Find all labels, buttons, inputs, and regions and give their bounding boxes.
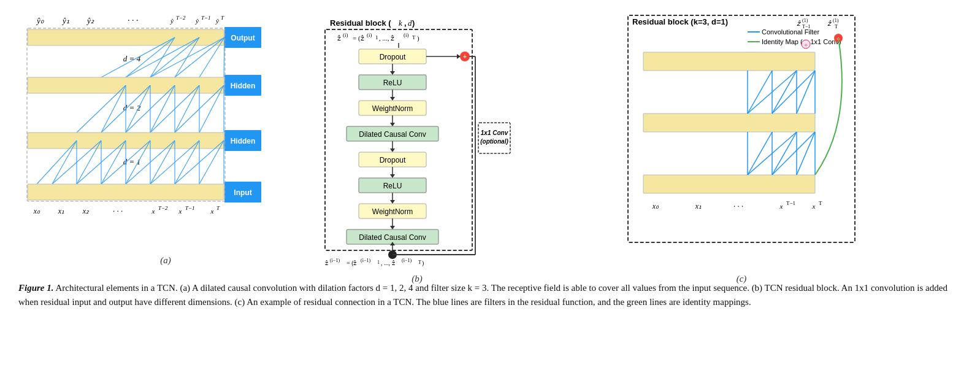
- input-eq-sub3: (i−1): [402, 258, 412, 263]
- figures-row: ŷ₀ ŷ₁ ŷ₂ · · · ŷ T−2 ŷ T−1 ŷ T Output: [18, 12, 962, 276]
- input-eq-sub4: T: [418, 260, 421, 265]
- x-dots: · · ·: [113, 206, 123, 215]
- output-eq-sup: (i): [343, 32, 348, 38]
- output-eq-sub2: 1: [375, 34, 378, 40]
- figure-a-svg: ŷ₀ ŷ₁ ŷ₂ · · · ŷ T−2 ŷ T−1 ŷ T Output: [18, 12, 301, 258]
- figure-a: ŷ₀ ŷ₁ ŷ₂ · · · ŷ T−2 ŷ T−1 ŷ T Output: [18, 12, 313, 270]
- xc-dots: · · ·: [733, 201, 743, 210]
- z-tm1-sup1: (1): [802, 18, 808, 23]
- y-label-tm1-sub: T−1: [201, 15, 211, 21]
- caption: Figure 1. Architectural elements in a TC…: [18, 281, 962, 310]
- y-label-tm2: ŷ: [170, 17, 174, 25]
- input-eq-sup: (i−1): [330, 258, 340, 263]
- z-t-sub: T: [835, 24, 838, 29]
- input-eq3: , ..., ẑ: [381, 260, 395, 266]
- input-eq-sub: (i−1): [361, 258, 370, 263]
- y-label-tm2-sub: T−2: [176, 15, 186, 21]
- legend-blue-text: Convolutional Filter: [762, 28, 819, 36]
- y-label-1: ŷ₁: [61, 16, 69, 25]
- figc-in-strip: [643, 175, 815, 193]
- bf-2: [748, 132, 772, 175]
- input-eq: ẑ: [325, 260, 328, 266]
- dropout-bot-label: Dropout: [380, 156, 406, 164]
- arr2-head: [390, 97, 395, 101]
- z-t-sup1: (1): [833, 18, 839, 23]
- bf-6: [772, 132, 815, 175]
- input-eq-sub2: 1: [377, 260, 380, 265]
- relu-bot-label: ReLU: [383, 182, 402, 190]
- fig-label-b: (b): [313, 274, 521, 284]
- figure-a-canvas: ŷ₀ ŷ₁ ŷ₂ · · · ŷ T−2 ŷ T−1 ŷ T Output: [18, 12, 301, 252]
- dcc-bot-label: Dilated Causal Conv: [359, 233, 426, 242]
- figc-hid-strip: [643, 114, 815, 132]
- y-label-t: ŷ: [215, 17, 219, 25]
- z-tm1-label: ẑ: [797, 20, 801, 27]
- arr7-head: [390, 226, 395, 230]
- input-label: Input: [234, 188, 251, 197]
- output-eq-sub4: T: [412, 34, 416, 40]
- figure-b-svg: Residual block ( k , d ) ẑ (i) = (ẑ (i) …: [319, 12, 515, 270]
- output-label: Output: [231, 34, 255, 42]
- xc-label-0: x₀: [652, 202, 659, 210]
- xc-label-tm1: x: [779, 202, 783, 210]
- xc-tm1-sub: T−1: [786, 200, 795, 206]
- output-eq3: , ..., ẑ: [379, 34, 394, 42]
- xc-label-t: x: [812, 202, 816, 210]
- x-label-t: x: [210, 207, 214, 215]
- figc-out-strip: [643, 52, 815, 71]
- xc-label-1: x₁: [695, 202, 702, 210]
- figure-b: Residual block ( k , d ) ẑ (i) = (ẑ (i) …: [313, 12, 521, 270]
- plus-s1: +: [804, 41, 808, 48]
- dcc-top-label: Dilated Causal Conv: [359, 130, 426, 139]
- input-eq4: ): [422, 260, 424, 267]
- bf-8: [797, 132, 815, 175]
- figc-title: Residual block (k=3, d=1): [632, 17, 728, 26]
- conv1x1-label2: (optional): [480, 138, 508, 145]
- arr1-head: [390, 71, 395, 75]
- z-tm1-sub: T−1: [802, 24, 810, 29]
- z-t-label: ẑ: [827, 20, 832, 27]
- weightnorm-bot-label: WeightNorm: [372, 207, 413, 216]
- figure-c-svg: Residual block (k=3, d=1) Convolutional …: [625, 12, 858, 270]
- y-label-t-sub: T: [221, 15, 224, 21]
- output-eq-sub1: (i): [367, 32, 372, 38]
- resblock-k: k: [399, 18, 402, 28]
- output-strip: [28, 29, 224, 45]
- plus-sign: +: [462, 52, 467, 61]
- output-eq-sub3: (i): [404, 32, 409, 38]
- bh-6: [772, 71, 815, 114]
- x-label-tm1: x: [178, 207, 182, 215]
- arr3-head: [390, 123, 395, 126]
- arr6-head: [390, 200, 395, 204]
- resblock-d: d: [408, 18, 412, 28]
- caption-text: Architectural elements in a TCN. (a) A d…: [18, 283, 947, 307]
- d4-label: d = 4: [123, 54, 141, 63]
- x-label-2: x₂: [82, 207, 90, 215]
- x-label-tm2-sub: T−2: [158, 205, 168, 211]
- arr4-head: [390, 148, 395, 152]
- dropout-top-label: Dropout: [380, 53, 406, 61]
- y-label-0: ŷ₀: [36, 16, 44, 25]
- main-container: ŷ₀ ŷ₁ ŷ₂ · · · ŷ T−2 ŷ T−1 ŷ T Output: [0, 0, 980, 322]
- bh-2: [748, 71, 772, 114]
- y-label-tm1: ŷ: [195, 17, 199, 25]
- output-eq4: ): [417, 34, 419, 42]
- green-curve: [815, 38, 842, 175]
- figure-c: Residual block (k=3, d=1) Convolutional …: [521, 12, 962, 270]
- resblock-comma: ,: [404, 18, 407, 28]
- bh-8: [797, 71, 815, 114]
- x-label-0: x₀: [33, 207, 40, 215]
- xc-t-sub: T: [819, 200, 822, 206]
- y-label-2: ŷ₂: [86, 16, 94, 25]
- x-label-1: x₁: [58, 207, 64, 215]
- y-dots: · · ·: [128, 16, 139, 25]
- conv1x1-label1: 1x1 Conv: [481, 129, 509, 136]
- hidden1-label: Hidden: [231, 82, 256, 90]
- relu-top-label: ReLU: [383, 79, 402, 87]
- dtp-head: [457, 54, 461, 59]
- output-eq: ẑ: [337, 34, 341, 42]
- caption-prefix: Figure 1.: [18, 283, 54, 293]
- arr5-head: [390, 174, 395, 178]
- resblock-title-end: ): [412, 18, 415, 28]
- x-label-tm1-sub: T−1: [185, 205, 195, 211]
